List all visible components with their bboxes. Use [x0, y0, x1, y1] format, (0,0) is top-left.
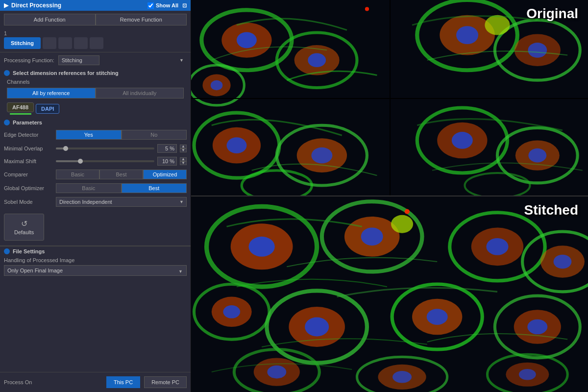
- sobel-mode-select[interactable]: Direction Independent Horizontal Vertica…: [56, 197, 187, 207]
- tab-stitching[interactable]: Stitching: [4, 37, 41, 49]
- svg-point-38: [361, 227, 383, 245]
- comparer-basic-button[interactable]: Basic: [56, 170, 99, 179]
- handling-select[interactable]: Only Open Final Image Save and Open Save…: [4, 265, 187, 276]
- tab-2[interactable]: [43, 37, 56, 49]
- dapi-chip[interactable]: DAPI: [36, 104, 59, 114]
- comparer-row: Comparer Basic Best Optimized: [0, 168, 191, 181]
- original-label: Original: [526, 6, 578, 22]
- maximal-shift-value[interactable]: 10 %: [157, 157, 177, 166]
- svg-point-61: [267, 366, 286, 379]
- defaults-button[interactable]: ↺ Defaults: [4, 214, 44, 241]
- svg-point-67: [519, 369, 536, 380]
- svg-point-10: [365, 7, 369, 11]
- af488-chip-container: AF488: [7, 102, 34, 115]
- handling-label: Handling of Processed Image: [0, 256, 191, 264]
- svg-point-64: [392, 371, 412, 383]
- svg-point-35: [249, 237, 275, 257]
- minimal-overlap-down[interactable]: ▼: [180, 148, 187, 152]
- all-individually-button[interactable]: All individually: [96, 88, 184, 98]
- svg-point-30: [528, 148, 546, 163]
- svg-point-23: [311, 147, 332, 164]
- svg-point-20: [227, 137, 247, 153]
- left-panel: ▶ Direct Processing Show All ⊡ Add Funct…: [0, 0, 191, 392]
- function-buttons-row: Add Function Remove Function: [0, 11, 191, 28]
- this-pc-button[interactable]: This PC: [106, 376, 140, 388]
- tab-4[interactable]: [74, 37, 88, 49]
- defaults-label: Defaults: [14, 229, 34, 235]
- minimal-overlap-value[interactable]: 5 %: [157, 144, 177, 153]
- minimal-overlap-spinners: ▲ ▼: [180, 145, 187, 152]
- comparer-optimized-button[interactable]: Optimized: [143, 170, 187, 179]
- maximal-shift-spinners: ▲ ▼: [180, 157, 187, 165]
- global-optimizer-best-button[interactable]: Best: [122, 183, 187, 193]
- handling-label-text: Handling of Processed Image: [4, 257, 74, 263]
- file-settings-header: File Settings: [0, 246, 191, 256]
- sobel-mode-select-wrapper: Direction Independent Horizontal Vertica…: [56, 197, 187, 207]
- maximal-shift-down[interactable]: ▼: [180, 161, 187, 165]
- remove-function-button[interactable]: Remove Function: [96, 14, 187, 25]
- tab-row: Stitching: [0, 37, 191, 52]
- show-all-label: Show All: [156, 2, 178, 8]
- show-all-input[interactable]: [147, 2, 154, 9]
- parameters-radio-dot: [4, 120, 10, 125]
- svg-point-16: [528, 43, 547, 58]
- maximal-shift-row: Maximal Shift 10 % ▲ ▼: [0, 155, 191, 168]
- edge-detector-label: Edge Detector: [4, 132, 53, 138]
- maximal-shift-thumb[interactable]: [78, 159, 83, 164]
- expand-icon[interactable]: ⊡: [182, 2, 187, 9]
- svg-point-40: [391, 215, 413, 233]
- all-by-reference-button[interactable]: All by reference: [7, 88, 96, 98]
- minimal-overlap-label: Minimal Overlap: [4, 146, 53, 151]
- maximal-shift-fill: [56, 160, 80, 162]
- af488-label: AF488: [12, 104, 28, 110]
- title-bar-right: Show All ⊡: [147, 2, 187, 9]
- original-image-container: Original: [191, 0, 588, 196]
- svg-point-39: [405, 209, 410, 214]
- af488-color-bar: [10, 113, 31, 115]
- tab-5[interactable]: [90, 37, 103, 49]
- comparer-best-button[interactable]: Best: [99, 170, 143, 179]
- svg-point-17: [485, 15, 510, 35]
- minimal-overlap-thumb[interactable]: [63, 146, 68, 151]
- stitched-cells-svg: [191, 196, 588, 392]
- step-row: 1: [0, 28, 191, 37]
- svg-point-27: [452, 132, 473, 149]
- add-function-button[interactable]: Add Function: [4, 14, 96, 25]
- comparer-label: Comparer: [4, 172, 53, 177]
- channel-toggle-row: All by reference All individually: [0, 87, 191, 100]
- global-optimizer-label: Global Optimizer: [4, 185, 53, 191]
- minimal-overlap-slider[interactable]: [56, 147, 154, 149]
- dimension-label: Select dimension references for stitchin…: [13, 70, 119, 76]
- channels-label: Channels: [7, 79, 29, 85]
- svg-point-46: [554, 255, 572, 269]
- af488-chip[interactable]: AF488: [7, 102, 34, 112]
- global-optimizer-basic-button[interactable]: Basic: [56, 183, 122, 193]
- svg-point-43: [486, 238, 508, 255]
- dimension-radio-dot: [4, 70, 10, 76]
- global-optimizer-row: Global Optimizer Basic Best: [0, 181, 191, 195]
- channel-chips-row: AF488 DAPI: [0, 100, 191, 118]
- edge-detector-yes-button[interactable]: Yes: [56, 130, 122, 140]
- title-bar-title: Direct Processing: [11, 2, 61, 9]
- edge-detector-no-button[interactable]: No: [122, 130, 187, 140]
- svg-point-6: [308, 53, 326, 67]
- tab-3[interactable]: [58, 37, 72, 49]
- step-number: 1: [4, 30, 7, 36]
- svg-point-52: [305, 318, 329, 337]
- channels-header: Channels: [0, 78, 191, 87]
- show-all-checkbox[interactable]: Show All: [147, 2, 178, 9]
- svg-point-55: [427, 309, 448, 325]
- right-panel: Original: [191, 0, 588, 392]
- parameters-label: Parameters: [13, 120, 42, 125]
- title-bar: ▶ Direct Processing Show All ⊡: [0, 0, 191, 11]
- sobel-mode-row: Sobel Mode Direction Independent Horizon…: [0, 195, 191, 209]
- svg-point-9: [211, 80, 223, 90]
- process-on-label: Process On: [4, 379, 102, 385]
- proc-function-select[interactable]: Stitching Deconvolution: [58, 55, 99, 65]
- svg-point-58: [527, 319, 547, 335]
- svg-point-49: [223, 305, 240, 318]
- maximal-shift-slider[interactable]: [56, 160, 154, 162]
- proc-function-row: Processing Function: Stitching Deconvolu…: [0, 52, 191, 68]
- handling-select-wrapper: Only Open Final Image Save and Open Save…: [0, 264, 191, 279]
- remote-pc-button[interactable]: Remote PC: [144, 376, 187, 388]
